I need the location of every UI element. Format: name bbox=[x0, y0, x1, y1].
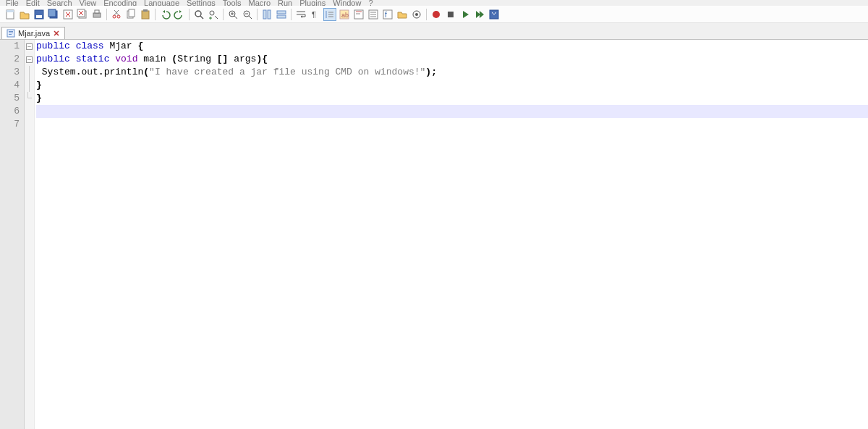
toolbar-separator bbox=[223, 9, 224, 20]
menu-run[interactable]: Run bbox=[275, 0, 295, 6]
svg-point-57 bbox=[433, 11, 440, 18]
line-number: 1 bbox=[0, 40, 20, 53]
fold-cell bbox=[25, 92, 34, 105]
replace-icon[interactable] bbox=[207, 8, 220, 21]
svg-rect-35 bbox=[277, 11, 286, 14]
svg-point-56 bbox=[415, 13, 418, 16]
save-macro-icon[interactable] bbox=[488, 8, 501, 21]
sync-v-icon[interactable] bbox=[260, 8, 273, 21]
code-editor[interactable]: 1234567 −− public class Mjar {public sta… bbox=[0, 39, 868, 429]
all-chars-icon[interactable]: ¶ bbox=[309, 8, 322, 21]
folder-icon[interactable] bbox=[396, 8, 409, 21]
svg-point-25 bbox=[210, 11, 214, 15]
cut-icon[interactable] bbox=[110, 8, 123, 21]
code-line[interactable]: } bbox=[36, 92, 868, 105]
fold-column: −− bbox=[25, 40, 35, 429]
menu-help[interactable]: ? bbox=[365, 0, 375, 6]
menu-settings[interactable]: Settings bbox=[184, 0, 218, 6]
svg-point-16 bbox=[117, 15, 120, 18]
toolbar-separator bbox=[291, 9, 292, 20]
paste-icon[interactable] bbox=[139, 8, 152, 21]
svg-rect-63 bbox=[9, 34, 12, 35]
find-icon[interactable] bbox=[192, 8, 205, 21]
menu-file[interactable]: File bbox=[3, 0, 22, 6]
play-multi-icon[interactable] bbox=[473, 8, 486, 21]
code-line[interactable] bbox=[36, 105, 868, 118]
svg-rect-34 bbox=[268, 10, 271, 19]
menu-window[interactable]: Window bbox=[330, 0, 364, 6]
svg-point-23 bbox=[195, 11, 201, 17]
toolbar-separator bbox=[189, 9, 190, 20]
stop-icon[interactable] bbox=[444, 8, 457, 21]
menu-tools[interactable]: Tools bbox=[220, 0, 244, 6]
func-list-icon[interactable]: f bbox=[381, 8, 394, 21]
svg-rect-3 bbox=[36, 15, 42, 18]
fold-cell bbox=[25, 105, 34, 118]
play-icon[interactable] bbox=[459, 8, 472, 21]
code-line[interactable] bbox=[36, 118, 868, 131]
redo-icon[interactable] bbox=[173, 8, 186, 21]
wordwrap-icon[interactable] bbox=[294, 8, 307, 21]
line-number: 6 bbox=[0, 105, 20, 118]
fold-cell bbox=[25, 66, 34, 79]
svg-line-27 bbox=[234, 16, 237, 19]
svg-rect-33 bbox=[263, 10, 266, 19]
print-icon[interactable] bbox=[90, 8, 103, 21]
code-line[interactable]: public class Mjar { bbox=[36, 40, 868, 53]
doc-map-icon[interactable] bbox=[352, 8, 365, 21]
menu-macro[interactable]: Macro bbox=[245, 0, 273, 6]
undo-icon[interactable] bbox=[158, 8, 171, 21]
zoom-in-icon[interactable] bbox=[226, 8, 239, 21]
svg-rect-22 bbox=[143, 9, 148, 12]
toolbar-separator bbox=[155, 9, 156, 20]
code-line[interactable]: } bbox=[36, 79, 868, 92]
svg-point-15 bbox=[113, 15, 116, 18]
menu-language[interactable]: Language bbox=[141, 0, 182, 6]
fold-cell: − bbox=[25, 53, 34, 66]
svg-line-31 bbox=[249, 16, 252, 19]
tab-close-icon[interactable] bbox=[53, 30, 60, 37]
line-number: 2 bbox=[0, 53, 20, 66]
menu-bar: FileEditSearchViewEncodingLanguageSettin… bbox=[0, 0, 868, 6]
java-file-icon bbox=[7, 29, 15, 38]
svg-rect-58 bbox=[448, 12, 454, 17]
menu-view[interactable]: View bbox=[77, 0, 100, 6]
code-line[interactable]: public static void main (String [] args)… bbox=[36, 53, 868, 66]
fold-toggle-icon[interactable]: − bbox=[26, 43, 33, 50]
svg-rect-5 bbox=[48, 9, 56, 17]
menu-edit[interactable]: Edit bbox=[23, 0, 43, 6]
new-file-icon[interactable] bbox=[4, 8, 17, 21]
code-line[interactable]: System.out.println("I have created a jar… bbox=[36, 66, 868, 79]
line-number: 3 bbox=[0, 66, 20, 79]
menu-search[interactable]: Search bbox=[44, 0, 75, 6]
svg-rect-21 bbox=[142, 11, 149, 19]
menu-encoding[interactable]: Encoding bbox=[101, 0, 140, 6]
indent-guide-icon[interactable] bbox=[323, 8, 336, 21]
svg-rect-62 bbox=[9, 33, 13, 33]
lang-icon[interactable]: ab bbox=[338, 8, 351, 21]
fold-toggle-icon[interactable]: − bbox=[26, 56, 33, 63]
save-all-icon[interactable] bbox=[47, 8, 60, 21]
tab-bar: Mjar.java bbox=[0, 23, 868, 39]
copy-icon[interactable] bbox=[124, 8, 137, 21]
close-all-icon[interactable] bbox=[76, 8, 89, 21]
doc-list-icon[interactable] bbox=[367, 8, 380, 21]
fold-cell bbox=[25, 79, 34, 92]
close-icon[interactable] bbox=[61, 8, 75, 21]
svg-rect-36 bbox=[277, 15, 286, 18]
code-area[interactable]: public class Mjar {public static void ma… bbox=[35, 40, 868, 429]
monitor-icon[interactable] bbox=[410, 8, 423, 21]
sync-h-icon[interactable] bbox=[275, 8, 288, 21]
line-number: 7 bbox=[0, 118, 20, 131]
zoom-out-icon[interactable] bbox=[241, 8, 254, 21]
record-icon[interactable] bbox=[430, 8, 443, 21]
svg-line-24 bbox=[200, 16, 203, 19]
open-file-icon[interactable] bbox=[18, 8, 31, 21]
save-icon[interactable] bbox=[33, 8, 46, 21]
menu-plugins[interactable]: Plugins bbox=[297, 0, 328, 6]
svg-text:¶: ¶ bbox=[312, 10, 316, 19]
tab-mjar[interactable]: Mjar.java bbox=[1, 27, 65, 39]
toolbar-separator bbox=[106, 9, 107, 20]
svg-rect-61 bbox=[9, 31, 13, 32]
fold-cell bbox=[25, 118, 34, 131]
